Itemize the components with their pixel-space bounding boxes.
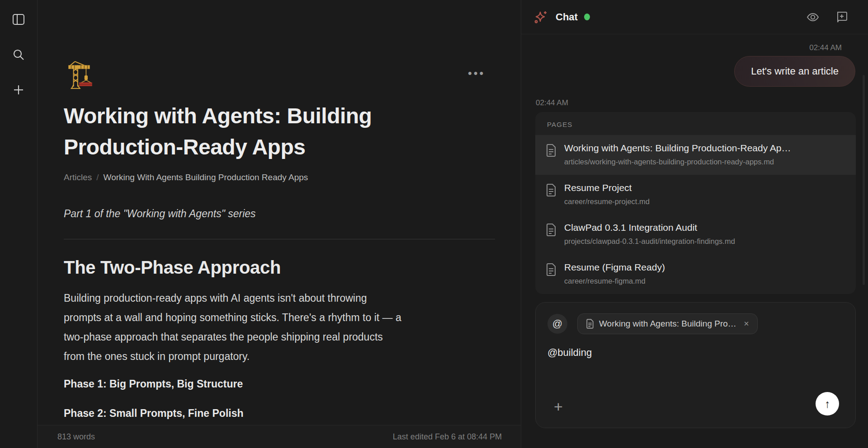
page-title-text: ClawPad 0.3.1 Integration Audit bbox=[564, 222, 735, 233]
message-timestamp: 02:44 AM bbox=[535, 98, 855, 107]
file-text-icon bbox=[546, 184, 557, 196]
plus-icon bbox=[13, 84, 24, 95]
assistant-sparkle-icon bbox=[534, 9, 548, 25]
page-title-text: Working with Agents: Building Production… bbox=[564, 143, 791, 154]
page-path-text: articles/working-with-agents-building-pr… bbox=[564, 158, 791, 166]
status-dot bbox=[584, 14, 590, 20]
pages-result-card: PAGES Working with Agents: Building Prod… bbox=[535, 112, 856, 294]
document: Working with Agents: Building Production… bbox=[38, 0, 494, 420]
page-row-resume-project[interactable]: Resume Project career/resume-project.md bbox=[535, 175, 856, 215]
left-rail bbox=[0, 0, 38, 448]
pages-card-title: PAGES bbox=[535, 112, 856, 135]
last-edited: Last edited Feb 6 at 08:44 PM bbox=[393, 432, 502, 442]
section-heading: The Two-Phase Approach bbox=[64, 257, 494, 278]
divider bbox=[64, 239, 495, 239]
breadcrumb-root[interactable]: Articles bbox=[64, 173, 92, 182]
new-page-button[interactable] bbox=[10, 81, 27, 98]
page-path-text: projects/clawpad-0.3.1-audit/integration… bbox=[564, 237, 735, 246]
app-window: ••• bbox=[0, 0, 868, 448]
visibility-button[interactable] bbox=[807, 11, 819, 23]
message-plus-icon bbox=[836, 11, 848, 23]
series-note: Part 1 of the "Working with Agents" seri… bbox=[64, 208, 494, 220]
attach-button[interactable]: + bbox=[554, 400, 563, 413]
search-button[interactable] bbox=[10, 46, 27, 63]
user-message-bubble: Let's write an article bbox=[734, 56, 855, 87]
subheading-phase-2: Phase 2: Small Prompts, Fine Polish bbox=[64, 407, 494, 420]
file-text-icon bbox=[586, 319, 594, 329]
new-chat-button[interactable] bbox=[835, 11, 848, 23]
chat-messages: 02:44 AM Let's write an article 02:44 AM… bbox=[521, 34, 868, 448]
subheading-phase-1: Phase 1: Big Prompts, Big Structure bbox=[64, 378, 494, 390]
page-title-text: Resume Project bbox=[564, 182, 650, 193]
chat-panel: Chat 02:44 AM Let's write an article bbox=[521, 0, 868, 448]
file-text-icon bbox=[546, 224, 557, 236]
mention-button[interactable]: @ bbox=[547, 314, 567, 334]
word-count: 813 words bbox=[57, 432, 95, 442]
message-input[interactable]: @building bbox=[547, 347, 844, 360]
chat-composer[interactable]: @ Working with Agents: Building Pro… ✕ @… bbox=[535, 302, 856, 428]
eye-icon bbox=[807, 13, 819, 22]
editor-panel: ••• bbox=[38, 0, 521, 448]
file-text-icon bbox=[546, 263, 557, 276]
search-icon bbox=[13, 49, 24, 61]
chat-scrollbar[interactable] bbox=[863, 75, 865, 285]
chat-header: Chat bbox=[521, 0, 868, 34]
chip-close-icon[interactable]: ✕ bbox=[744, 320, 750, 328]
context-chip-label: Working with Agents: Building Pro… bbox=[599, 319, 736, 329]
page-title: Working with Agents: Building Production… bbox=[64, 100, 494, 163]
file-text-icon bbox=[546, 144, 557, 157]
page-title-text: Resume (Figma Ready) bbox=[564, 262, 665, 273]
sidebar-toggle-icon bbox=[12, 14, 25, 25]
editor-status-bar: 813 words Last edited Feb 6 at 08:44 PM bbox=[38, 425, 521, 448]
page-row-working-with-agents[interactable]: Working with Agents: Building Production… bbox=[535, 135, 856, 175]
breadcrumb-current: Working With Agents Building Production … bbox=[104, 173, 308, 182]
page-path-text: career/resume-figma.md bbox=[564, 277, 665, 285]
breadcrumb: Articles / Working With Agents Building … bbox=[64, 173, 494, 182]
page-row-resume-figma[interactable]: Resume (Figma Ready) career/resume-figma… bbox=[535, 254, 856, 294]
page-path-text: career/resume-project.md bbox=[564, 197, 650, 206]
more-options-icon[interactable]: ••• bbox=[468, 69, 485, 78]
sidebar-toggle-button[interactable] bbox=[10, 11, 27, 28]
send-button[interactable]: ↑ bbox=[816, 392, 839, 415]
breadcrumb-separator: / bbox=[96, 173, 99, 182]
crane-emoji bbox=[66, 59, 94, 91]
page-row-clawpad-audit[interactable]: ClawPad 0.3.1 Integration Audit projects… bbox=[535, 215, 856, 254]
chat-title: Chat bbox=[556, 11, 578, 23]
body-paragraph: Building production-ready apps with AI a… bbox=[64, 289, 516, 366]
context-chip[interactable]: Working with Agents: Building Pro… ✕ bbox=[577, 313, 758, 334]
message-timestamp: 02:44 AM bbox=[535, 43, 855, 52]
send-arrow-icon: ↑ bbox=[825, 398, 830, 410]
